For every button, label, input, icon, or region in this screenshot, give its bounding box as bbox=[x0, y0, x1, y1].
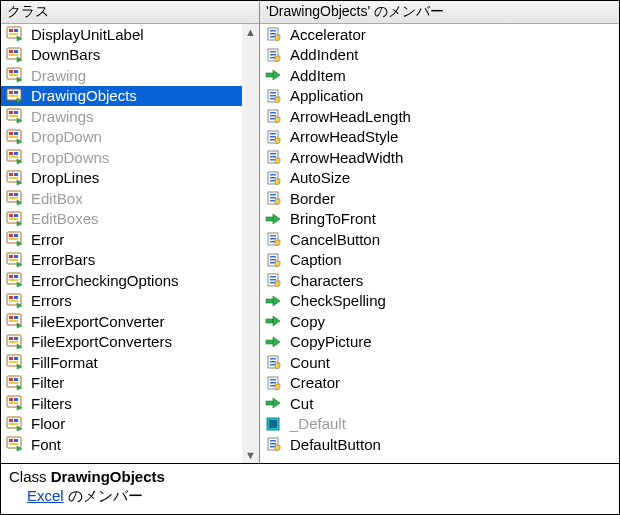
left-item[interactable]: DropDown bbox=[1, 127, 242, 148]
right-item[interactable]: Count bbox=[260, 352, 619, 373]
right-item[interactable]: AutoSize bbox=[260, 168, 619, 189]
right-item-label: Application bbox=[290, 87, 363, 104]
left-item[interactable]: DrawingObjects bbox=[1, 86, 242, 107]
left-item-label: Error bbox=[31, 231, 64, 248]
property-icon bbox=[264, 26, 284, 42]
class-icon bbox=[5, 47, 25, 63]
right-item[interactable]: CopyPicture bbox=[260, 332, 619, 353]
right-item-label: Copy bbox=[290, 313, 325, 330]
left-item[interactable]: ErrorCheckingOptions bbox=[1, 270, 242, 291]
method-icon bbox=[264, 334, 284, 350]
right-item-label: Count bbox=[290, 354, 330, 371]
left-item[interactable]: DownBars bbox=[1, 45, 242, 66]
left-item-label: DropDowns bbox=[31, 149, 109, 166]
members-header: 'DrawingObjects' のメンバー bbox=[260, 1, 619, 24]
left-item-label: DropLines bbox=[31, 169, 99, 186]
property-icon bbox=[264, 88, 284, 104]
left-item[interactable]: Filter bbox=[1, 373, 242, 394]
left-item[interactable]: Filters bbox=[1, 393, 242, 414]
left-item[interactable]: Floor bbox=[1, 414, 242, 435]
class-icon bbox=[5, 129, 25, 145]
left-item-label: Filter bbox=[31, 374, 64, 391]
left-item[interactable]: FileExportConverter bbox=[1, 311, 242, 332]
right-item[interactable]: Border bbox=[260, 188, 619, 209]
right-item[interactable]: _Default bbox=[260, 414, 619, 435]
property-icon bbox=[264, 252, 284, 268]
left-item[interactable]: Drawing bbox=[1, 65, 242, 86]
left-item-label: Errors bbox=[31, 292, 72, 309]
right-item-label: Caption bbox=[290, 251, 342, 268]
left-item-label: DropDown bbox=[31, 128, 102, 145]
class-icon bbox=[5, 334, 25, 350]
class-icon bbox=[5, 190, 25, 206]
right-item-label: BringToFront bbox=[290, 210, 376, 227]
left-item[interactable]: DisplayUnitLabel bbox=[1, 24, 242, 45]
class-icon bbox=[5, 416, 25, 432]
classes-list[interactable]: DisplayUnitLabelDownBarsDrawingDrawingOb… bbox=[1, 24, 242, 463]
property-icon bbox=[264, 149, 284, 165]
left-item[interactable]: DropLines bbox=[1, 168, 242, 189]
right-item[interactable]: Copy bbox=[260, 311, 619, 332]
right-item[interactable]: ArrowHeadWidth bbox=[260, 147, 619, 168]
left-item[interactable]: ErrorBars bbox=[1, 250, 242, 271]
right-item[interactable]: AddIndent bbox=[260, 45, 619, 66]
members-list[interactable]: AcceleratorAddIndentAddItemApplicationAr… bbox=[260, 24, 619, 463]
right-item[interactable]: ArrowHeadStyle bbox=[260, 127, 619, 148]
class-icon bbox=[5, 211, 25, 227]
class-icon bbox=[5, 375, 25, 391]
right-item[interactable]: ArrowHeadLength bbox=[260, 106, 619, 127]
right-item[interactable]: Characters bbox=[260, 270, 619, 291]
right-item[interactable]: Creator bbox=[260, 373, 619, 394]
right-item-label: DefaultButton bbox=[290, 436, 381, 453]
right-item-label: CopyPicture bbox=[290, 333, 372, 350]
left-item[interactable]: FileExportConverters bbox=[1, 332, 242, 353]
property-icon bbox=[264, 108, 284, 124]
left-item[interactable]: Drawings bbox=[1, 106, 242, 127]
left-item[interactable]: Errors bbox=[1, 291, 242, 312]
left-item[interactable]: EditBox bbox=[1, 188, 242, 209]
left-item[interactable]: EditBoxes bbox=[1, 209, 242, 230]
right-item[interactable]: CheckSpelling bbox=[260, 291, 619, 312]
right-item-label: ArrowHeadLength bbox=[290, 108, 411, 125]
class-icon bbox=[5, 67, 25, 83]
property-icon bbox=[264, 129, 284, 145]
scroll-up-icon[interactable]: ▲ bbox=[245, 26, 256, 38]
scroll-down-icon[interactable]: ▼ bbox=[245, 449, 256, 461]
left-item[interactable]: DropDowns bbox=[1, 147, 242, 168]
right-item[interactable]: Cut bbox=[260, 393, 619, 414]
right-item-label: Creator bbox=[290, 374, 340, 391]
right-item-label: AutoSize bbox=[290, 169, 350, 186]
left-item-label: EditBox bbox=[31, 190, 83, 207]
right-item-label: AddIndent bbox=[290, 46, 358, 63]
right-item[interactable]: DefaultButton bbox=[260, 434, 619, 455]
left-item[interactable]: FillFormat bbox=[1, 352, 242, 373]
class-icon bbox=[5, 26, 25, 42]
class-label: Class bbox=[9, 468, 51, 485]
object-browser-panes: クラス DisplayUnitLabelDownBarsDrawingDrawi… bbox=[0, 0, 620, 464]
right-item-label: Characters bbox=[290, 272, 363, 289]
class-icon bbox=[5, 170, 25, 186]
method-icon bbox=[264, 67, 284, 83]
left-item[interactable]: Error bbox=[1, 229, 242, 250]
right-item[interactable]: BringToFront bbox=[260, 209, 619, 230]
left-item-label: DrawingObjects bbox=[31, 87, 137, 104]
left-item[interactable]: Font bbox=[1, 434, 242, 455]
left-item-label: DisplayUnitLabel bbox=[31, 26, 144, 43]
right-item[interactable]: Accelerator bbox=[260, 24, 619, 45]
left-item-label: DownBars bbox=[31, 46, 100, 63]
right-item[interactable]: CancelButton bbox=[260, 229, 619, 250]
right-item[interactable]: Application bbox=[260, 86, 619, 107]
left-item-label: FillFormat bbox=[31, 354, 98, 371]
right-item[interactable]: AddItem bbox=[260, 65, 619, 86]
class-icon bbox=[5, 108, 25, 124]
left-item-label: ErrorCheckingOptions bbox=[31, 272, 179, 289]
members-list-wrap: AcceleratorAddIndentAddItemApplicationAr… bbox=[260, 24, 619, 463]
property-icon bbox=[264, 190, 284, 206]
class-line: Class DrawingObjects bbox=[9, 468, 611, 485]
right-item-label: CancelButton bbox=[290, 231, 380, 248]
excel-link[interactable]: Excel bbox=[27, 487, 64, 504]
class-icon bbox=[5, 354, 25, 370]
right-item[interactable]: Caption bbox=[260, 250, 619, 271]
classes-scrollbar[interactable]: ▲ ▼ bbox=[242, 24, 259, 463]
class-name: DrawingObjects bbox=[51, 468, 165, 485]
